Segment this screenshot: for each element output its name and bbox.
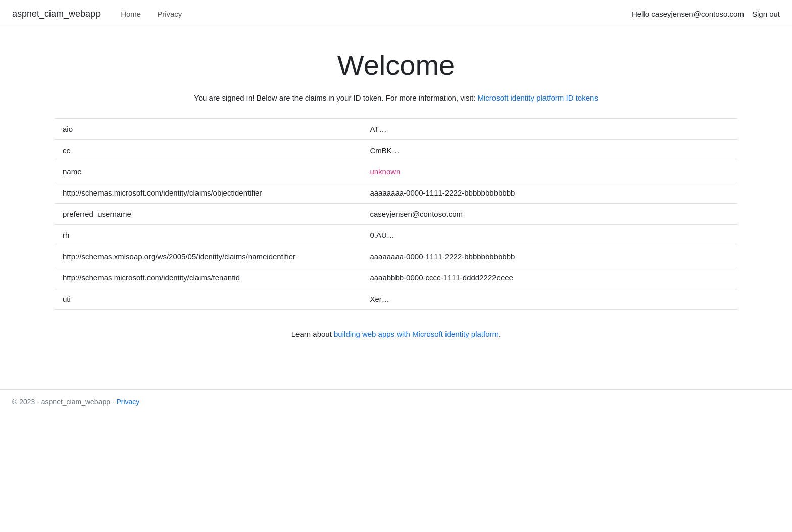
navbar: aspnet_ciam_webapp Home Privacy Hello ca… [0,0,792,28]
claim-name: uti [55,288,362,310]
table-row: http://schemas.microsoft.com/identity/cl… [55,182,737,204]
claim-name: rh [55,225,362,246]
footer-copyright: © 2023 - aspnet_ciam_webapp - [12,398,116,406]
table-row: http://schemas.xmlsoap.org/ws/2005/05/id… [55,246,737,267]
nav-hello-text: Hello caseyjensen@contoso.com [632,10,744,18]
claim-value: unknown [362,161,737,182]
welcome-title: Welcome [55,49,737,81]
learn-prefix: Learn about [291,330,334,338]
learn-link[interactable]: building web apps with Microsoft identit… [334,330,499,338]
claim-name: http://schemas.microsoft.com/identity/cl… [55,182,362,204]
claim-value: caseyjensen@contoso.com [362,204,737,225]
claim-value: 0.AU… [362,225,737,246]
nav-brand[interactable]: aspnet_ciam_webapp [12,9,101,19]
claim-value: aaaabbbb-0000-cccc-1111-dddd2222eeee [362,267,737,288]
claim-name: cc [55,140,362,161]
claim-name: aio [55,119,362,140]
claim-name: preferred_username [55,204,362,225]
learn-text: Learn about building web apps with Micro… [55,330,737,338]
claim-name: http://schemas.microsoft.com/identity/cl… [55,267,362,288]
signed-in-text: You are signed in! Below are the claims … [194,93,475,102]
table-row: rh0.AU… [55,225,737,246]
nav-privacy-link[interactable]: Privacy [153,8,186,20]
footer-privacy-link[interactable]: Privacy [116,398,139,406]
main-content: Welcome You are signed in! Below are the… [42,28,750,389]
signed-in-description: You are signed in! Below are the claims … [55,93,737,102]
claim-name: http://schemas.xmlsoap.org/ws/2005/05/id… [55,246,362,267]
claim-value: Xer… [362,288,737,310]
claim-value: AT… [362,119,737,140]
claim-value: CmBK… [362,140,737,161]
claims-table: aioAT…ccCmBK…nameunknownhttp://schemas.m… [55,118,737,310]
table-row: nameunknown [55,161,737,182]
table-row: ccCmBK… [55,140,737,161]
table-row: utiXer… [55,288,737,310]
claim-value: aaaaaaaa-0000-1111-2222-bbbbbbbbbbbb [362,182,737,204]
nav-links: Home Privacy [117,8,632,20]
footer: © 2023 - aspnet_ciam_webapp - Privacy [0,389,792,414]
nav-home-link[interactable]: Home [117,8,145,20]
claim-name: name [55,161,362,182]
nav-right: Hello caseyjensen@contoso.com Sign out [632,10,780,18]
table-row: http://schemas.microsoft.com/identity/cl… [55,267,737,288]
learn-suffix: . [499,330,501,338]
claim-value: aaaaaaaa-0000-1111-2222-bbbbbbbbbbbb [362,246,737,267]
id-tokens-link[interactable]: Microsoft identity platform ID tokens [477,93,598,102]
table-row: preferred_usernamecaseyjensen@contoso.co… [55,204,737,225]
sign-out-button[interactable]: Sign out [752,10,780,18]
table-row: aioAT… [55,119,737,140]
